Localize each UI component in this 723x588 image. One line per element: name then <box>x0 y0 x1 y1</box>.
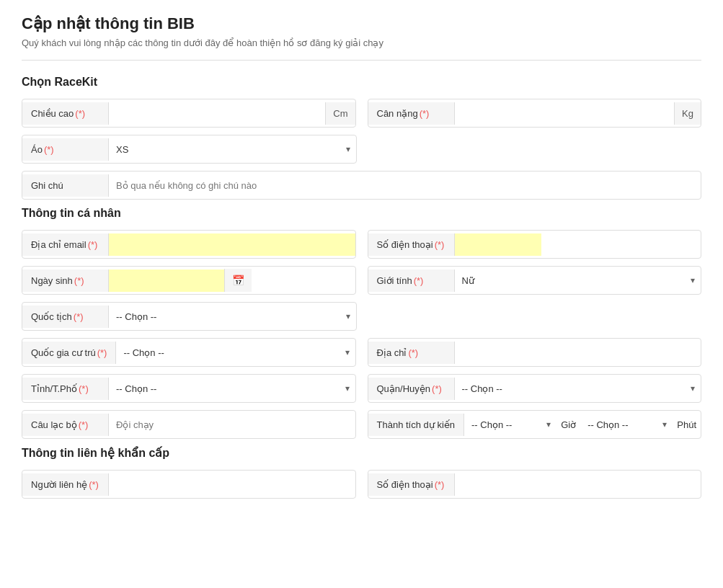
email-field-group: Địa chỉ email(*) <box>22 230 356 259</box>
personal-section-title: Thông tin cá nhân <box>22 207 701 220</box>
phone-field-group: Số điện thoại(*) <box>368 230 702 259</box>
note-input[interactable] <box>109 174 701 197</box>
page-title: Cập nhật thông tin BIB <box>22 14 701 33</box>
height-input[interactable] <box>109 102 325 125</box>
hour-label: Giờ <box>556 419 580 430</box>
nationality-select[interactable]: -- Chọn -- <box>109 306 356 328</box>
achievement-label: Thành tích dự kiến <box>368 414 465 436</box>
country-label: Quốc gia cư trú(*) <box>22 342 116 364</box>
height-unit: Cm <box>325 102 355 125</box>
shirt-field-group: Áo(*) XS S M L XL XXL ▾ <box>22 135 357 164</box>
achievement-select[interactable]: -- Chọn -- <box>464 414 556 436</box>
emergency-contact-input[interactable] <box>109 473 355 496</box>
height-label: Chiều cao(*) <box>22 102 109 125</box>
country-select[interactable]: -- Chọn -- <box>116 342 355 364</box>
shirt-row-spacer <box>368 135 702 164</box>
shirt-select-wrapper: XS S M L XL XXL ▾ <box>109 138 356 161</box>
note-label: Ghi chú <box>22 174 109 197</box>
club-achievement-row: Câu lạc bộ(*) Thành tích dự kiến -- Chọn… <box>22 410 701 439</box>
dob-field-group: Ngày sinh(*) 📅 <box>22 266 356 295</box>
achievement-select-wrapper: -- Chọn -- ▾ <box>464 414 556 436</box>
hour-select-wrapper: -- Chọn -- ▾ <box>580 414 673 436</box>
emergency-contact-field-group: Người liên hệ(*) <box>22 470 356 499</box>
divider <box>22 60 701 61</box>
gender-label: Giới tính(*) <box>368 270 455 292</box>
nationality-row-spacer <box>368 302 702 331</box>
emergency-phone-input[interactable] <box>455 473 701 496</box>
country-field-group: Quốc gia cư trú(*) -- Chọn -- ▾ <box>22 338 356 367</box>
province-district-row: Tỉnh/T.Phố(*) -- Chọn -- ▾ Quận/Huyện(*)… <box>22 374 701 403</box>
note-row: Ghi chú <box>22 171 701 200</box>
gender-select[interactable]: Nữ Nam <box>455 270 701 292</box>
dob-gender-row: Ngày sinh(*) 📅 Giới tính(*) Nữ Nam ▾ <box>22 266 701 295</box>
club-field-group: Câu lạc bộ(*) <box>22 410 356 439</box>
dob-label: Ngày sinh(*) <box>22 270 109 292</box>
address-input[interactable] <box>455 342 701 364</box>
emergency-phone-label: Số điện thoại(*) <box>368 473 455 496</box>
gender-field-group: Giới tính(*) Nữ Nam ▾ <box>368 266 702 295</box>
address-field-group: Địa chỉ(*) <box>368 338 702 367</box>
weight-label: Cân nặng(*) <box>368 102 455 125</box>
district-select[interactable]: -- Chọn -- <box>455 378 701 400</box>
height-weight-row: Chiều cao(*) Cm Cân nặng(*) Kg <box>22 99 701 128</box>
nationality-select-wrapper: -- Chọn -- ▾ <box>109 306 356 328</box>
nationality-label: Quốc tịch(*) <box>22 306 109 328</box>
email-phone-row: Địa chỉ email(*) Số điện thoại(*) <box>22 230 701 259</box>
emergency-contact-label: Người liên hệ(*) <box>22 473 109 496</box>
nationality-row: Quốc tịch(*) -- Chọn -- ▾ <box>22 302 701 331</box>
weight-unit: Kg <box>674 102 701 125</box>
page-subtitle: Quý khách vui lòng nhập các thông tin dư… <box>22 37 701 48</box>
shirt-row: Áo(*) XS S M L XL XXL ▾ <box>22 135 701 164</box>
emergency-row: Người liên hệ(*) Số điện thoại(*) <box>22 470 701 499</box>
address-label: Địa chỉ(*) <box>368 342 455 364</box>
club-label: Câu lạc bộ(*) <box>22 414 109 436</box>
dob-input[interactable] <box>109 270 224 292</box>
country-select-wrapper: -- Chọn -- ▾ <box>116 342 355 364</box>
calendar-icon[interactable]: 📅 <box>224 269 252 292</box>
weight-input[interactable] <box>455 102 675 125</box>
email-input[interactable] <box>109 233 355 256</box>
email-label: Địa chỉ email(*) <box>22 233 109 256</box>
phone-label: Số điện thoại(*) <box>368 233 455 256</box>
shirt-label: Áo(*) <box>22 138 109 161</box>
district-label: Quận/Huyện(*) <box>368 378 455 400</box>
hour-select[interactable]: -- Chọn -- <box>580 414 673 436</box>
height-field-group: Chiều cao(*) Cm <box>22 99 356 128</box>
club-input[interactable] <box>109 414 355 436</box>
weight-field-group: Cân nặng(*) Kg <box>368 99 702 128</box>
nationality-field-group: Quốc tịch(*) -- Chọn -- ▾ <box>22 302 357 331</box>
country-address-row: Quốc gia cư trú(*) -- Chọn -- ▾ Địa chỉ(… <box>22 338 701 367</box>
achievement-field-group: Thành tích dự kiến -- Chọn -- ▾ Giờ -- C… <box>368 410 702 439</box>
district-select-wrapper: -- Chọn -- ▾ <box>455 378 701 400</box>
minute-label: Phút <box>673 419 701 430</box>
gender-select-wrapper: Nữ Nam ▾ <box>455 270 701 292</box>
province-label: Tỉnh/T.Phố(*) <box>22 378 109 400</box>
province-select-wrapper: -- Chọn -- ▾ <box>109 378 355 400</box>
emergency-phone-field-group: Số điện thoại(*) <box>368 470 702 499</box>
phone-input[interactable] <box>455 233 541 256</box>
shirt-select[interactable]: XS S M L XL XXL <box>109 138 356 161</box>
province-field-group: Tỉnh/T.Phố(*) -- Chọn -- ▾ <box>22 374 356 403</box>
district-field-group: Quận/Huyện(*) -- Chọn -- ▾ <box>368 374 702 403</box>
province-select[interactable]: -- Chọn -- <box>109 378 355 400</box>
racekit-section-title: Chọn RaceKit <box>22 75 701 89</box>
note-field-group: Ghi chú <box>22 171 701 200</box>
emergency-section-title: Thông tin liên hệ khẩn cấp <box>22 446 701 460</box>
